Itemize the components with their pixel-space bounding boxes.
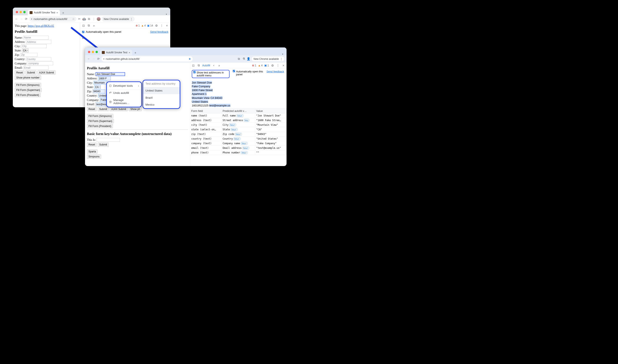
show-test-addresses-checkbox[interactable] — [193, 71, 196, 73]
new-chrome-chip[interactable]: New Chrome available ⋮ — [102, 16, 135, 22]
device-icon[interactable]: ⧉ — [87, 24, 91, 27]
new-chrome-chip[interactable]: New Chrome available ⋮ — [251, 56, 285, 62]
address-input[interactable] — [98, 77, 111, 80]
name-input[interactable] — [95, 72, 125, 76]
settings-icon[interactable]: ⚙ — [270, 64, 274, 67]
close-devtools-icon[interactable]: × — [165, 24, 169, 27]
show-phone-button[interactable]: Show ph — [129, 107, 142, 111]
developer-tools-item[interactable]: ⟨⟩ Developer tools › — [107, 82, 141, 90]
tab-menu-button[interactable]: ▾ — [164, 13, 168, 15]
extensions-icon[interactable]: ⧉ — [87, 17, 91, 21]
fill-simpsons-button[interactable]: Fill Form (Simpsons) — [15, 83, 41, 87]
country-united-states[interactable]: United States — [143, 87, 180, 94]
reset2-button[interactable]: Reset — [87, 143, 97, 147]
minimize-window-icon[interactable] — [92, 51, 94, 53]
fill-president-button[interactable]: Fill Form (President) — [15, 93, 41, 97]
close-window-icon[interactable] — [88, 51, 90, 53]
browser-tab[interactable]: Autofill Smoke Test × — [100, 50, 132, 55]
undo-autofill-item[interactable]: ↶ Undo autofill — [107, 90, 141, 97]
message-icon[interactable]: ▣ — [147, 24, 150, 27]
new-tab-button[interactable]: + — [61, 11, 65, 15]
send-feedback-link[interactable]: Send feedback — [267, 70, 284, 73]
bookmark-icon[interactable]: ★ — [189, 57, 191, 60]
this-page-link[interactable]: https://goo.gl/B6Xs1E — [28, 24, 54, 27]
cut-icon[interactable]: ✂ — [77, 17, 81, 21]
table-row[interactable]: city (text)Cityheur"Mountain View" — [190, 123, 286, 127]
zip-input[interactable] — [20, 53, 37, 57]
autofill-tab[interactable]: Autofill — [202, 64, 210, 67]
fullscreen-window-icon[interactable] — [23, 11, 26, 13]
email-input[interactable] — [23, 66, 49, 70]
state-select[interactable]: CA — [94, 85, 101, 89]
table-row[interactable]: name (text)Full nameheur"Jon Stewart Doe… — [190, 113, 286, 118]
browser-tab[interactable]: Autofill Smoke Test × — [28, 10, 60, 15]
overflow-icon[interactable]: ⋮ — [276, 64, 280, 67]
tab-menu-button[interactable]: ▾ — [281, 53, 285, 55]
close-window-icon[interactable] — [16, 11, 18, 13]
submit2-button[interactable]: Submit — [98, 143, 109, 147]
site-settings-icon[interactable]: ≡ — [31, 18, 32, 20]
address-bar[interactable]: ≡ rsolomakhin.github.io/autofill/ ★ — [101, 56, 193, 62]
ajax-submit-button[interactable]: AJAX Submit — [38, 71, 56, 75]
send-feedback-link[interactable]: Send feedback — [150, 30, 168, 34]
inspect-icon[interactable]: ⊡ — [82, 24, 85, 27]
city-input[interactable] — [21, 44, 47, 48]
country-input[interactable] — [26, 57, 51, 61]
address-bar[interactable]: ≡ rsolomakhin.github.io/autofill/ ☆ — [29, 16, 77, 22]
country-mexico[interactable]: Mexico — [143, 101, 180, 108]
close-tab-icon[interactable]: × — [212, 64, 216, 67]
fill-superman-button[interactable]: Fill Form (Superman) — [87, 119, 114, 123]
zip-input[interactable] — [92, 90, 105, 93]
state-select[interactable]: CA — [22, 49, 28, 52]
table-row[interactable]: address (text)Street addressheu"1600 Fak… — [190, 118, 286, 123]
profile-avatar[interactable] — [97, 17, 101, 21]
error-icon[interactable]: ⊗ — [252, 64, 254, 67]
close-tab-icon[interactable]: × — [56, 11, 58, 14]
manage-addresses-item[interactable]: ◎ Manage Addresses… — [107, 97, 141, 107]
table-row[interactable]: phone (text)Phone numberheur"" — [190, 150, 286, 155]
more-tabs-icon[interactable]: » — [217, 64, 221, 67]
overflow-menu-icon[interactable]: ⋮ — [280, 57, 283, 60]
this-is-input[interactable] — [97, 138, 120, 142]
device-icon[interactable]: ⧉ — [197, 64, 201, 67]
message-icon[interactable]: ▣ — [264, 64, 267, 67]
robot-icon[interactable]: 🤖 — [82, 17, 86, 21]
show-phone-button[interactable]: Show phone number — [15, 76, 41, 80]
warning-icon[interactable]: ▲ — [141, 24, 144, 27]
profile-icon[interactable]: 👤 — [247, 57, 250, 61]
fill-president-button[interactable]: Fill Form (President) — [87, 124, 113, 128]
fill-superman-button[interactable]: Fill Form (Superman) — [15, 88, 41, 92]
table-row[interactable]: zip (text)Zip codeheur"94043" — [190, 132, 286, 136]
forward-button[interactable]: → — [92, 57, 95, 61]
reload-button[interactable]: ⟳ — [97, 57, 100, 61]
reset-button[interactable]: Reset — [87, 107, 97, 111]
reload-button[interactable]: ⟳ — [24, 17, 28, 21]
close-tab-icon[interactable]: × — [129, 51, 130, 54]
minimize-window-icon[interactable] — [20, 11, 22, 13]
ajax-submit-button[interactable]: AJAX Submit — [110, 107, 128, 111]
submit-button[interactable]: Submit — [26, 71, 36, 75]
close-devtools-icon[interactable]: × — [282, 64, 285, 67]
table-row[interactable]: country (text)Countryheur"United States" — [190, 136, 286, 141]
city-input[interactable] — [94, 81, 107, 85]
simpsons-button[interactable]: Simpsons — [87, 155, 101, 159]
auto-open-checkbox[interactable] — [233, 70, 235, 72]
forward-button[interactable]: → — [20, 17, 23, 21]
fill-simpsons-button[interactable]: Fill Form (Simpsons) — [87, 114, 113, 118]
submit-button[interactable]: Submit — [98, 107, 109, 111]
bookmark-icon[interactable]: ☆ — [72, 17, 75, 21]
auto-open-checkbox[interactable] — [82, 31, 84, 33]
table-row[interactable]: company (text)Company nameheur"Fake Comp… — [190, 141, 286, 146]
address-input[interactable] — [26, 40, 51, 44]
table-row[interactable]: state (select-on…Stateheur"CA" — [190, 127, 286, 132]
overflow-menu-icon[interactable]: ⋮ — [130, 17, 133, 20]
reset-button[interactable]: Reset — [15, 71, 24, 75]
country-brazil[interactable]: Brazil — [143, 94, 180, 101]
warning-icon[interactable]: ▲ — [258, 64, 260, 67]
sparta-button[interactable]: Sparta — [87, 149, 97, 154]
fullscreen-window-icon[interactable] — [95, 51, 98, 53]
labs-icon[interactable]: ⚗ — [242, 57, 245, 61]
table-row[interactable]: email (text)Email addressheur"test@examp… — [190, 146, 286, 150]
name-input[interactable] — [23, 36, 49, 39]
error-icon[interactable]: ⊗ — [136, 24, 138, 27]
